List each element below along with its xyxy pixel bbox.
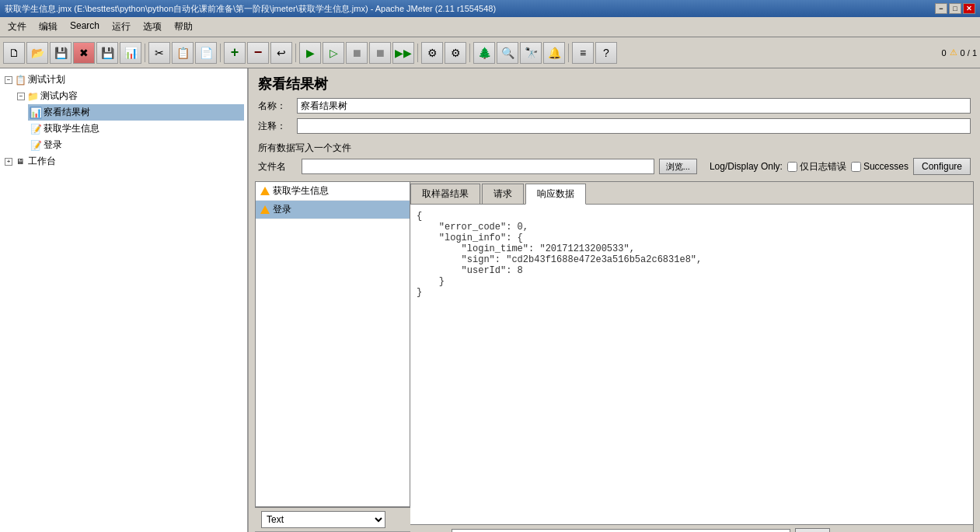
- new-btn[interactable]: 🗋: [3, 42, 25, 64]
- name-label: 名称：: [258, 100, 297, 113]
- close-button[interactable]: ✕: [963, 3, 975, 14]
- sep5: [469, 44, 470, 62]
- save2-btn[interactable]: 💾: [96, 42, 118, 64]
- menu-bar: 文件编辑Search运行选项帮助: [0, 17, 980, 37]
- tree-label-test-content: 测试内容: [40, 89, 78, 103]
- menu-item-编辑[interactable]: 编辑: [34, 19, 62, 35]
- stop2-btn[interactable]: ⏹: [369, 42, 391, 64]
- expand-test-plan[interactable]: −: [5, 76, 12, 84]
- stop-btn[interactable]: ⏹: [346, 42, 368, 64]
- tree-label-login: 登录: [44, 138, 62, 152]
- remote-btn[interactable]: 🔭: [520, 42, 542, 64]
- tree-btn[interactable]: 🌲: [473, 42, 495, 64]
- settings-btn[interactable]: ⚙: [421, 42, 443, 64]
- log-display-label: Log/Display Only:: [710, 161, 783, 172]
- remove-btn[interactable]: −: [247, 42, 269, 64]
- progress-counter: 0 / 1: [961, 48, 977, 58]
- search-input[interactable]: [452, 529, 790, 532]
- cut-btn[interactable]: ✂: [148, 42, 170, 64]
- copy-btn[interactable]: 📋: [172, 42, 194, 64]
- panel-title: 察看结果树: [249, 68, 980, 98]
- plan-icon: 📋: [14, 74, 26, 86]
- expand-test-content[interactable]: −: [17, 93, 25, 100]
- title-text: 获取学生信息.jmx (E:\besttest\python\python自动化…: [5, 3, 496, 15]
- tree-panel: − 📋 测试计划 − 📁 测试内容 📊 察看结果树 📝 获取学生信息 📝 登录 …: [0, 68, 249, 532]
- tree-item-login[interactable]: 📝 登录: [28, 137, 244, 153]
- response-content: { "error_code": 0, "login_info": { "logi…: [410, 205, 973, 524]
- run-btn[interactable]: ▶: [299, 42, 321, 64]
- expand-workbench[interactable]: +: [5, 158, 12, 166]
- remote-run-btn[interactable]: ▶▶: [392, 42, 414, 64]
- successes-label: Successes: [863, 161, 909, 172]
- sampler-icon-get: 📝: [30, 123, 42, 135]
- tab-request[interactable]: 请求: [482, 184, 524, 204]
- list-btn[interactable]: ≡: [572, 42, 594, 64]
- menu-item-文件[interactable]: 文件: [3, 19, 31, 35]
- main-container: − 📋 测试计划 − 📁 测试内容 📊 察看结果树 📝 获取学生信息 📝 登录 …: [0, 68, 980, 532]
- menu-item-选项[interactable]: 选项: [138, 19, 166, 35]
- paste-btn[interactable]: 📄: [195, 42, 217, 64]
- warning-icon: ⚠: [950, 47, 957, 58]
- comment-input[interactable]: [297, 118, 971, 134]
- report-btn[interactable]: 📊: [120, 42, 141, 64]
- close-btn[interactable]: ✖: [73, 42, 95, 64]
- error-only-group: 仅日志错误: [787, 160, 846, 173]
- add-btn[interactable]: +: [224, 42, 246, 64]
- folder-icon: 📁: [26, 90, 39, 103]
- results-list-container: 获取学生信息 登录 Text JSON XML HTML: [255, 181, 410, 532]
- name-row: 名称：: [258, 98, 971, 114]
- warning-count: 0: [941, 48, 946, 58]
- result-item-login[interactable]: 登录: [256, 201, 410, 219]
- file-section: 所有数据写入一个文件 文件名 浏览... Log/Display Only: 仅…: [249, 138, 980, 178]
- revert-btn[interactable]: ↩: [270, 42, 292, 64]
- tree-item-test-content[interactable]: − 📁 测试内容: [16, 88, 244, 104]
- comment-row: 注释：: [258, 118, 971, 134]
- open-btn[interactable]: 📂: [26, 42, 48, 64]
- settings2-btn[interactable]: ⚙: [445, 42, 466, 64]
- configure-button[interactable]: Configure: [913, 158, 971, 175]
- sep4: [417, 44, 418, 62]
- file-label: 文件名: [258, 160, 297, 173]
- text-format-select[interactable]: Text JSON XML HTML: [261, 511, 385, 528]
- sep1: [145, 44, 145, 62]
- menu-item-Search[interactable]: Search: [65, 19, 104, 35]
- tab-response-data[interactable]: 响应数据: [525, 184, 586, 205]
- result-label-login: 登录: [273, 203, 291, 216]
- tree-item-get-students[interactable]: 📝 获取学生信息: [28, 121, 244, 137]
- run-nopauses-btn[interactable]: ▷: [323, 42, 344, 64]
- tree-item-results-tree[interactable]: 📊 察看结果树: [28, 104, 244, 121]
- file-input[interactable]: [302, 159, 654, 174]
- tabs-bar: 取样器结果 请求 响应数据: [410, 182, 973, 205]
- bottom-controls: Text JSON XML HTML: [255, 507, 410, 531]
- result-label-get-students: 获取学生信息: [273, 184, 329, 198]
- name-input[interactable]: [297, 98, 971, 114]
- tab-sampler-results[interactable]: 取样器结果: [410, 184, 480, 204]
- tree-item-test-plan[interactable]: − 📋 测试计划: [3, 72, 244, 88]
- error-only-label: 仅日志错误: [800, 160, 846, 173]
- menu-item-运行[interactable]: 运行: [107, 19, 135, 35]
- tree-label-test-plan: 测试计划: [28, 73, 65, 86]
- content-area: 获取学生信息 登录 Text JSON XML HTML: [255, 181, 974, 532]
- title-bar: 获取学生信息.jmx (E:\besttest\python\python自动化…: [0, 0, 980, 17]
- tree-label-results-tree: 察看结果树: [44, 106, 90, 119]
- minimize-button[interactable]: −: [935, 3, 947, 14]
- help-btn[interactable]: ?: [595, 42, 617, 64]
- maximize-button[interactable]: □: [949, 3, 961, 14]
- result-item-get-students[interactable]: 获取学生信息: [256, 182, 410, 201]
- search-btn[interactable]: 🔍: [497, 42, 518, 64]
- comment-label: 注释：: [258, 120, 297, 133]
- results-list-panel: 获取学生信息 登录: [255, 181, 410, 507]
- alert-btn[interactable]: 🔔: [543, 42, 565, 64]
- response-panel: 取样器结果 请求 响应数据 { "error_code": 0, "login_…: [410, 181, 974, 532]
- sampler-icon-login: 📝: [30, 139, 42, 152]
- menu-item-帮助[interactable]: 帮助: [169, 19, 197, 35]
- successes-checkbox[interactable]: [851, 162, 861, 172]
- find-button[interactable]: Find: [795, 528, 830, 532]
- right-panel: 察看结果树 名称： 注释： 所有数据写入一个文件 文件名 浏览... Log/D…: [249, 68, 980, 532]
- tree-item-workbench[interactable]: + 🖥 工作台: [3, 153, 244, 170]
- file-section-title: 所有数据写入一个文件: [258, 142, 971, 155]
- browse-button[interactable]: 浏览...: [659, 159, 697, 174]
- warning-icon-get: [260, 187, 270, 195]
- error-only-checkbox[interactable]: [787, 162, 797, 172]
- save-btn[interactable]: 💾: [50, 42, 71, 64]
